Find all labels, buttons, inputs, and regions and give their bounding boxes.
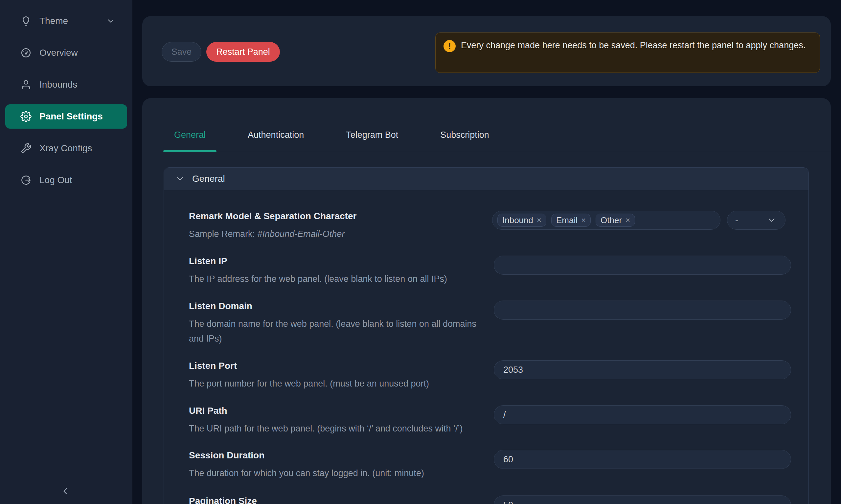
sidebar-item-overview[interactable]: Overview <box>5 41 127 65</box>
save-button[interactable]: Save <box>161 42 201 62</box>
chevron-down-icon <box>176 175 184 183</box>
field-description: The domain name for the web panel. (leav… <box>189 317 481 346</box>
separator-select-value: - <box>735 215 738 226</box>
form-row-listen-ip: Listen IP The IP address for the web pan… <box>189 256 790 267</box>
general-section: General Remark Model & Separation Charac… <box>164 167 809 504</box>
listen-port-input[interactable] <box>494 360 791 379</box>
remove-tag-icon[interactable]: × <box>537 216 542 224</box>
sample-remark-prefix: Sample Remark: <box>189 229 258 239</box>
remove-tag-icon[interactable]: × <box>625 216 630 224</box>
sidebar-menu: Theme Overview Inbounds <box>0 0 132 192</box>
tab-authentication[interactable]: Authentication <box>237 129 315 151</box>
dashboard-icon <box>20 47 32 58</box>
form-row-listen-domain: Listen Domain The domain name for the we… <box>189 301 790 312</box>
sidebar-item-label: Xray Configs <box>39 143 92 154</box>
sidebar-item-theme[interactable]: Theme <box>5 9 127 33</box>
form-row-listen-port: Listen Port The port number for the web … <box>189 360 790 372</box>
remove-tag-icon[interactable]: × <box>581 216 586 224</box>
settings-tabs: General Authentication Telegram Bot Subs… <box>163 98 831 151</box>
sidebar-item-log-out[interactable]: Log Out <box>5 168 127 192</box>
restart-panel-button[interactable]: Restart Panel <box>206 42 280 62</box>
sidebar-item-label: Overview <box>39 48 78 58</box>
form-row-session-duration: Session Duration The duration for which … <box>189 450 790 461</box>
actions-card: Save Restart Panel ! Every change made h… <box>142 16 831 86</box>
tag-label: Other <box>601 215 622 226</box>
general-section-header[interactable]: General <box>164 168 808 190</box>
pagination-size-input[interactable] <box>494 496 791 504</box>
tag-email: Email × <box>551 214 591 227</box>
listen-domain-input[interactable] <box>494 301 791 320</box>
settings-card: General Authentication Telegram Bot Subs… <box>142 98 831 504</box>
uri-path-input[interactable] <box>494 405 791 424</box>
sidebar-item-label: Log Out <box>39 175 72 185</box>
warning-alert: ! Every change made here needs to be sav… <box>435 33 820 73</box>
sidebar-item-label: Inbounds <box>39 79 77 90</box>
sidebar: Theme Overview Inbounds <box>0 0 132 504</box>
warning-alert-text: Every change made here needs to be saved… <box>461 40 806 50</box>
sidebar-item-label: Panel Settings <box>39 111 103 122</box>
field-description: The duration for which you can stay logg… <box>189 466 481 481</box>
field-description: Sample Remark: #Inbound-Email-Other <box>189 227 481 241</box>
field-description: The port number for the web panel. (must… <box>189 376 481 391</box>
gear-icon <box>20 111 32 122</box>
tag-other: Other × <box>596 214 635 227</box>
tag-label: Email <box>556 215 578 226</box>
chevron-left-icon <box>60 486 71 497</box>
listen-ip-input[interactable] <box>494 256 791 275</box>
separator-select[interactable]: - <box>727 211 786 230</box>
form-row-uri-path: URI Path The URI path for the web panel.… <box>189 405 790 416</box>
sidebar-item-inbounds[interactable]: Inbounds <box>5 73 127 97</box>
remark-model-multiselect[interactable]: Inbound × Email × Other × <box>492 211 720 230</box>
field-description: The IP address for the web panel. (leave… <box>189 272 481 286</box>
tab-subscription[interactable]: Subscription <box>429 129 500 151</box>
form-row-remark-model: Remark Model & Separation Character Samp… <box>189 211 790 222</box>
sidebar-item-panel-settings[interactable]: Panel Settings <box>5 104 127 129</box>
sidebar-item-label: Theme <box>39 16 68 26</box>
tab-telegram-bot[interactable]: Telegram Bot <box>335 129 409 151</box>
chevron-down-icon <box>768 216 776 224</box>
wrench-icon <box>20 143 32 154</box>
tag-inbound: Inbound × <box>497 214 546 227</box>
field-description: The URI path for the web panel. (begins … <box>189 421 481 436</box>
tag-label: Inbound <box>502 215 533 226</box>
panel-settings-page: Theme Overview Inbounds <box>0 0 841 504</box>
section-title: General <box>192 174 225 184</box>
session-duration-input[interactable] <box>494 450 791 469</box>
sidebar-item-xray-configs[interactable]: Xray Configs <box>5 136 127 160</box>
bulb-icon <box>20 15 32 26</box>
sidebar-collapse-button[interactable] <box>58 484 73 499</box>
sample-remark-value: #Inbound-Email-Other <box>258 229 345 239</box>
general-section-body: Remark Model & Separation Character Samp… <box>164 190 808 504</box>
tab-general[interactable]: General <box>163 129 217 151</box>
chevron-down-icon <box>106 16 115 25</box>
logout-icon <box>20 175 32 186</box>
user-icon <box>20 79 32 90</box>
warning-icon: ! <box>444 40 456 52</box>
form-row-pagination-size: Pagination Size <box>189 496 790 504</box>
